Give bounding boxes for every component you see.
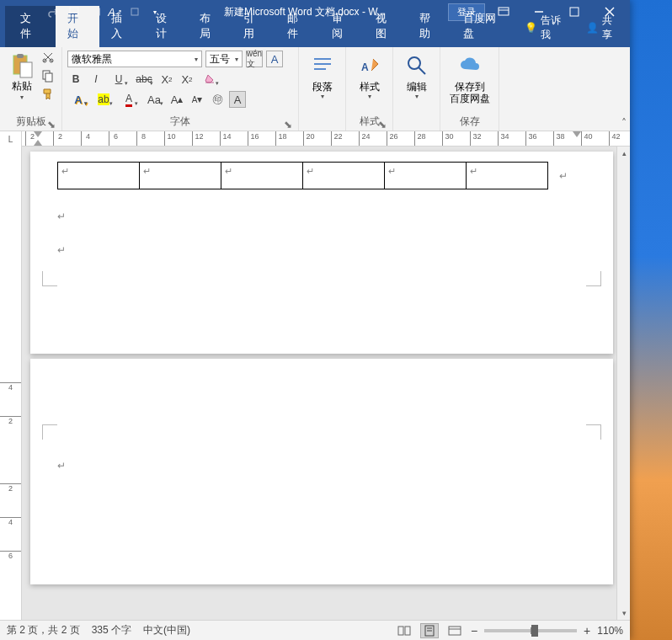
styles-button[interactable]: A 样式▾ bbox=[351, 49, 387, 100]
ruler-tick: 2 bbox=[53, 131, 67, 146]
paragraph-mark: ↵ bbox=[559, 170, 568, 182]
highlight-button[interactable]: ab bbox=[93, 91, 115, 108]
paste-icon bbox=[8, 52, 35, 79]
font-launcher-icon[interactable]: ⬊ bbox=[283, 119, 293, 129]
save-group-label: 保存 bbox=[460, 115, 480, 127]
tab-layout[interactable]: 布局 bbox=[188, 6, 232, 47]
phonetic-guide-button[interactable]: wén文 bbox=[246, 51, 263, 67]
collapse-ribbon-icon[interactable]: ˄ bbox=[621, 117, 627, 129]
ruler-tick: 14 bbox=[220, 131, 233, 146]
ruler-tick: 38 bbox=[553, 131, 567, 146]
character-border-button[interactable]: A bbox=[266, 51, 283, 67]
tab-design[interactable]: 设计 bbox=[144, 6, 188, 47]
right-indent[interactable] bbox=[573, 131, 581, 137]
group-editing: 编辑▾ bbox=[393, 47, 440, 131]
qat-icon-4[interactable] bbox=[128, 5, 141, 19]
language-indicator[interactable]: 中文(中国) bbox=[143, 623, 190, 637]
print-layout-icon[interactable] bbox=[420, 623, 439, 638]
tab-baidu[interactable]: 百度网盘 bbox=[451, 6, 515, 47]
scroll-up-icon[interactable]: ▴ bbox=[617, 147, 630, 160]
group-styles: A 样式▾ 样式⬊ bbox=[346, 47, 393, 131]
ruler-vertical[interactable]: 42246 bbox=[0, 147, 22, 620]
margin-crop bbox=[586, 271, 601, 286]
table-cell[interactable]: ↵ bbox=[385, 163, 467, 189]
tab-help[interactable]: 帮助 bbox=[408, 6, 451, 47]
cloud-icon bbox=[458, 54, 482, 77]
chevron-down-icon: ▾ bbox=[321, 93, 324, 100]
format-painter-icon[interactable] bbox=[41, 88, 56, 103]
zoom-in-button[interactable]: + bbox=[584, 624, 590, 637]
tab-review[interactable]: 审阅 bbox=[320, 6, 364, 47]
ruler-tick: 40 bbox=[581, 131, 595, 146]
vruler-tick: 6 bbox=[0, 551, 21, 560]
zoom-thumb[interactable] bbox=[531, 625, 538, 637]
paste-button[interactable]: 粘贴 ▾ bbox=[5, 49, 38, 101]
table-cell[interactable]: ↵ bbox=[303, 163, 385, 189]
underline-button[interactable]: U bbox=[108, 71, 130, 88]
tab-mailings[interactable]: 邮件 bbox=[275, 6, 319, 47]
scroll-down-icon[interactable]: ▾ bbox=[617, 606, 630, 620]
table-cell[interactable]: ↵ bbox=[221, 163, 303, 189]
table-cell[interactable]: ↵ bbox=[58, 163, 140, 189]
zoom-out-button[interactable]: − bbox=[471, 624, 477, 637]
font-name-value: 微软雅黑 bbox=[72, 52, 112, 67]
qat-icon-1[interactable] bbox=[67, 5, 81, 19]
web-layout-icon[interactable] bbox=[445, 623, 464, 638]
italic-button[interactable]: I bbox=[88, 71, 104, 88]
grow-font-button[interactable]: A▴ bbox=[168, 91, 185, 108]
pages-viewport[interactable]: ↵↵↵↵↵↵ ↵ ↵ ↵ ↵ bbox=[22, 147, 616, 620]
svg-rect-24 bbox=[405, 627, 410, 635]
vertical-scrollbar[interactable]: ▴ ▾ bbox=[616, 147, 630, 620]
document-table[interactable]: ↵↵↵↵↵↵ bbox=[57, 162, 548, 189]
tab-references[interactable]: 引用 bbox=[232, 6, 275, 47]
table-cell[interactable]: ↵ bbox=[140, 163, 221, 189]
font-size-value: 五号 bbox=[210, 52, 230, 67]
paragraph-button[interactable]: 段落▾ bbox=[304, 49, 340, 100]
font-color-button[interactable]: A bbox=[118, 91, 140, 108]
tab-selector[interactable]: L bbox=[0, 131, 22, 147]
font-size-select[interactable]: 五号▾ bbox=[205, 51, 243, 67]
cut-icon[interactable] bbox=[41, 51, 56, 66]
page-2: ↵ bbox=[30, 359, 613, 584]
editing-button[interactable]: 编辑▾ bbox=[398, 49, 435, 100]
vruler-tick: 2 bbox=[0, 483, 21, 493]
find-icon bbox=[405, 54, 429, 77]
styles-launcher-icon[interactable]: ⬊ bbox=[377, 119, 387, 129]
save-cloud-button[interactable]: 保存到 百度网盘 bbox=[445, 49, 493, 104]
bold-button[interactable]: B bbox=[67, 71, 84, 88]
paragraph-icon bbox=[311, 54, 334, 77]
char-shading-button[interactable]: A bbox=[229, 91, 246, 108]
copy-icon[interactable] bbox=[41, 69, 56, 84]
ribbon-tabs: 文件 开始 插入 设计 布局 引用 邮件 审阅 视图 帮助 百度网盘 💡告诉我 … bbox=[0, 24, 630, 47]
text-effects-button[interactable]: A bbox=[67, 91, 89, 108]
vruler-tick: 2 bbox=[0, 416, 21, 425]
clear-formatting-button[interactable] bbox=[199, 71, 221, 88]
table-row[interactable]: ↵↵↵↵↵↵ bbox=[58, 163, 548, 189]
table-cell[interactable]: ↵ bbox=[467, 163, 548, 189]
page-indicator[interactable]: 第 2 页，共 2 页 bbox=[7, 623, 80, 637]
redo-icon[interactable] bbox=[47, 5, 61, 19]
superscript-button[interactable]: X2 bbox=[179, 71, 195, 88]
h-ruler[interactable]: 224681012141618202224262830323436384042 bbox=[22, 131, 630, 146]
svg-rect-28 bbox=[449, 627, 461, 635]
ribbon: 粘贴 ▾ 剪贴板⬊ 微软雅黑▾ 五号▾ wén文 A bbox=[0, 47, 630, 131]
strikethrough-button[interactable]: abc bbox=[133, 71, 155, 88]
clipboard-group-label: 剪贴板 bbox=[16, 115, 46, 127]
shrink-font-button[interactable]: A▾ bbox=[189, 91, 205, 108]
svg-text:A: A bbox=[361, 61, 369, 73]
change-case-button[interactable]: Aa bbox=[143, 91, 165, 108]
clipboard-launcher-icon[interactable]: ⬊ bbox=[46, 119, 56, 129]
tell-me[interactable]: 💡告诉我 bbox=[516, 8, 576, 47]
zoom-slider[interactable] bbox=[484, 629, 577, 632]
font-name-select[interactable]: 微软雅黑▾ bbox=[67, 51, 202, 67]
tab-view[interactable]: 视图 bbox=[364, 6, 408, 47]
subscript-button[interactable]: X2 bbox=[158, 71, 175, 88]
share-button[interactable]: 👤共享 bbox=[576, 8, 630, 47]
word-count[interactable]: 335 个字 bbox=[92, 623, 131, 637]
read-mode-icon[interactable] bbox=[395, 623, 413, 638]
zoom-level[interactable]: 110% bbox=[597, 625, 623, 637]
ruler-tick: 28 bbox=[414, 131, 428, 146]
styles-icon: A bbox=[358, 54, 381, 77]
enclose-char-button[interactable]: ㊞ bbox=[209, 91, 226, 108]
bulb-icon: 💡 bbox=[525, 22, 537, 34]
